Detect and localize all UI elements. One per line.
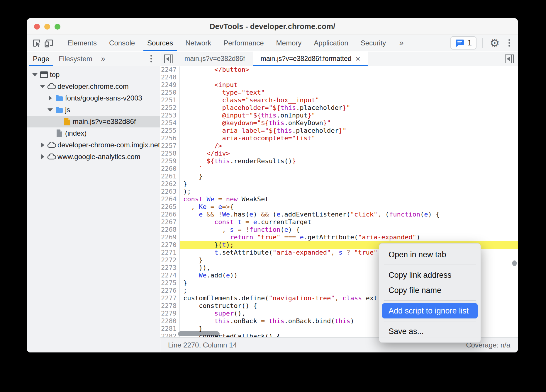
line-number[interactable]: 2262: [160, 180, 180, 188]
line-number[interactable]: 2280: [160, 317, 180, 325]
code-line[interactable]: 2250 type="text": [160, 89, 518, 96]
panel-tab-application[interactable]: Application: [308, 35, 354, 51]
line-number[interactable]: 2255: [160, 127, 180, 134]
menu-item-save-as-[interactable]: Save as...: [382, 324, 478, 339]
line-number[interactable]: 2282: [160, 333, 180, 337]
disclosure-down-icon[interactable]: [46, 108, 54, 112]
more-navigator-tabs-button[interactable]: »: [97, 52, 109, 66]
code-line[interactable]: 2247 </button>: [160, 67, 518, 74]
line-number[interactable]: 2252: [160, 104, 180, 112]
code-line[interactable]: 2252 placeholder="${this.placeholder}": [160, 104, 518, 112]
tab-filesystem[interactable]: Filesystem: [54, 52, 97, 66]
line-number[interactable]: 2269: [160, 234, 180, 241]
tree-item--index-[interactable]: (index): [27, 127, 160, 139]
disclosure-right-icon[interactable]: [39, 142, 46, 148]
panel-tab-performance[interactable]: Performance: [217, 35, 270, 51]
more-panels-button[interactable]: »: [392, 38, 411, 47]
line-number[interactable]: 2268: [160, 226, 180, 234]
panel-tab-security[interactable]: Security: [355, 35, 392, 51]
tree-item-fonts-google-sans-v2003[interactable]: fonts/google-sans-v2003: [27, 92, 160, 104]
line-number[interactable]: 2278: [160, 302, 180, 310]
menu-item-copy-link-address[interactable]: Copy link address: [382, 267, 478, 283]
more-options-kebab-icon[interactable]: [504, 39, 514, 47]
code-line[interactable]: 2269 return "true" === e.getAttribute("a…: [160, 234, 518, 241]
code-line[interactable]: 2260 `: [160, 165, 518, 173]
hide-navigator-icon[interactable]: [160, 52, 177, 66]
code-line[interactable]: 2265 , Ke = e=>{: [160, 203, 518, 211]
menu-item-copy-file-name[interactable]: Copy file name: [382, 283, 478, 298]
line-number[interactable]: 2266: [160, 211, 180, 218]
line-number[interactable]: 2274: [160, 272, 180, 279]
editor-tab-formatted[interactable]: main.js?v=e382d86f:formatted×: [253, 52, 368, 66]
code-line[interactable]: 2264const We = new WeakSet: [160, 195, 518, 203]
line-number[interactable]: 2251: [160, 96, 180, 104]
line-number[interactable]: 2257: [160, 142, 180, 150]
line-number[interactable]: 2248: [160, 74, 180, 81]
show-debugger-icon[interactable]: [501, 52, 518, 66]
line-number[interactable]: 2260: [160, 165, 180, 173]
line-number[interactable]: 2258: [160, 150, 180, 157]
code-line[interactable]: 2259 ${this.renderResults()}: [160, 157, 518, 165]
line-number[interactable]: 2272: [160, 256, 180, 264]
line-number[interactable]: 2259: [160, 157, 180, 165]
zoom-button[interactable]: [55, 24, 60, 30]
code-line[interactable]: 2268 , s = !function(e) {: [160, 226, 518, 234]
panel-tab-memory[interactable]: Memory: [270, 35, 308, 51]
code-line[interactable]: 2258 </div>: [160, 150, 518, 157]
device-toolbar-icon[interactable]: [43, 37, 55, 49]
line-number[interactable]: 2281: [160, 325, 180, 333]
tree-item-developer-chrome-com-imgix-net[interactable]: developer-chrome-com.imgix.net: [27, 139, 160, 151]
line-number[interactable]: 2253: [160, 112, 180, 119]
code-line[interactable]: 2251 class="search-box__input": [160, 96, 518, 104]
tree-item-main-js-v-e382d86f[interactable]: main.js?v=e382d86f: [27, 116, 160, 127]
line-number[interactable]: 2273: [160, 264, 180, 272]
disclosure-right-icon[interactable]: [46, 96, 54, 101]
editor-tab-source[interactable]: main.js?v=e382d86f: [177, 52, 253, 66]
panel-tab-elements[interactable]: Elements: [61, 35, 103, 51]
line-number[interactable]: 2276: [160, 287, 180, 294]
line-number[interactable]: 2247: [160, 67, 180, 74]
line-number[interactable]: 2249: [160, 81, 180, 89]
code-line[interactable]: 2255 aria-label="${this.placeholder}": [160, 127, 518, 134]
tree-item-top[interactable]: top: [27, 69, 160, 81]
close-tab-icon[interactable]: ×: [356, 55, 360, 63]
menu-item-add-script-to-ignore-list[interactable]: Add script to ignore list: [382, 303, 478, 318]
minimize-button[interactable]: [44, 24, 50, 30]
line-number[interactable]: 2256: [160, 134, 180, 142]
line-number[interactable]: 2261: [160, 173, 180, 180]
disclosure-down-icon[interactable]: [39, 85, 46, 88]
line-number[interactable]: 2270: [160, 241, 180, 249]
disclosure-right-icon[interactable]: [39, 154, 46, 159]
panel-tab-console[interactable]: Console: [103, 35, 141, 51]
code-line[interactable]: 2249 <input: [160, 81, 518, 89]
tree-item-www-google-analytics-com[interactable]: www.google-analytics.com: [27, 151, 160, 163]
panel-tab-sources[interactable]: Sources: [141, 35, 179, 51]
line-number[interactable]: 2265: [160, 203, 180, 211]
line-number[interactable]: 2271: [160, 249, 180, 256]
line-number[interactable]: 2267: [160, 218, 180, 226]
disclosure-down-icon[interactable]: [31, 73, 39, 76]
line-number[interactable]: 2264: [160, 195, 180, 203]
menu-item-open-in-new-tab[interactable]: Open in new tab: [382, 247, 478, 262]
tree-item-js[interactable]: js: [27, 104, 160, 116]
panel-tab-network[interactable]: Network: [179, 35, 217, 51]
settings-gear-icon[interactable]: ⚙: [489, 37, 501, 49]
line-number[interactable]: 2254: [160, 119, 180, 127]
line-number[interactable]: 2275: [160, 279, 180, 287]
tab-page[interactable]: Page: [28, 52, 54, 66]
tree-item-developer-chrome-com[interactable]: developer.chrome.com: [27, 81, 160, 92]
code-line[interactable]: 2262}: [160, 180, 518, 188]
vertical-scrollbar-thumb[interactable]: [512, 260, 517, 266]
code-line[interactable]: 2256 aria-autocomplete="list": [160, 134, 518, 142]
line-number[interactable]: 2279: [160, 310, 180, 317]
code-line[interactable]: 2266 e && !We.has(e) && (e.addEventListe…: [160, 211, 518, 218]
line-number[interactable]: 2277: [160, 294, 180, 302]
code-line[interactable]: 2253 @input="${this.onInput}": [160, 112, 518, 119]
navigator-kebab-icon[interactable]: [146, 55, 156, 62]
close-button[interactable]: [34, 24, 40, 30]
line-number[interactable]: 2263: [160, 188, 180, 195]
inspect-element-icon[interactable]: [30, 37, 43, 49]
code-line[interactable]: 2267 const t = e.currentTarget: [160, 218, 518, 226]
code-line[interactable]: 2263);: [160, 188, 518, 195]
console-messages-badge[interactable]: 1: [450, 36, 477, 50]
